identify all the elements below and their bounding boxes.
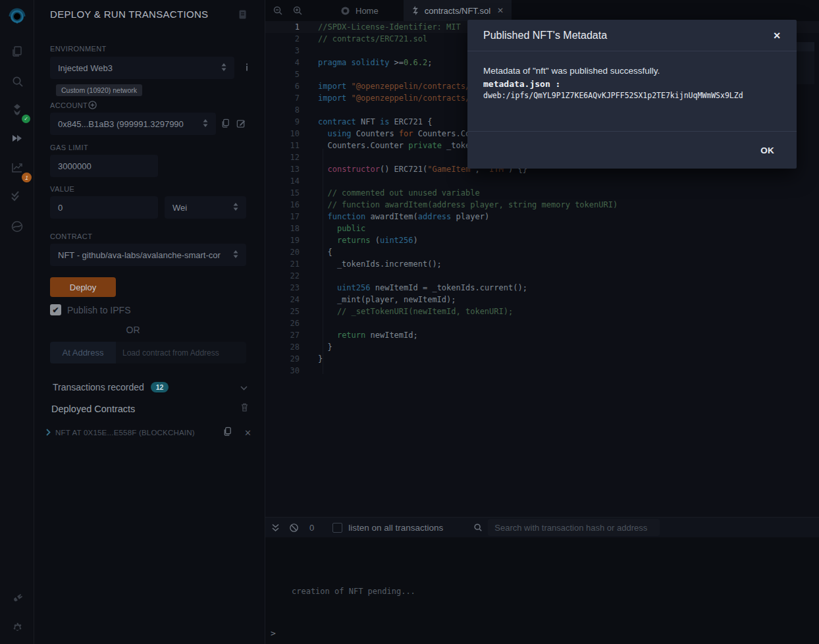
network-badge: Custom (10920) network <box>56 84 142 96</box>
ipfs-url: dweb:/ipfs/QmYL9P1Z7KE6AQvKJPFF52SX1p2TE… <box>483 91 781 100</box>
file-explorer-icon[interactable] <box>0 40 34 63</box>
tab-close-icon[interactable]: ✕ <box>497 6 504 15</box>
chevron-updown-icon <box>221 63 226 73</box>
modal-title: Published NFT's Metadata <box>483 30 607 41</box>
environment-select[interactable]: Injected Web3 <box>50 57 234 79</box>
terminal-search-icon <box>473 523 483 532</box>
chevron-right-icon[interactable] <box>46 427 51 439</box>
publish-ipfs-checkbox[interactable]: ✔ <box>50 304 61 315</box>
modal-header: Published NFT's Metadata ✕ <box>467 20 797 51</box>
at-address-button[interactable]: At Address <box>50 342 116 363</box>
chevron-updown-icon <box>233 203 238 213</box>
solidity-file-icon <box>411 6 419 15</box>
remove-instance-icon[interactable]: ✕ <box>244 428 251 438</box>
remix-logo-icon[interactable] <box>0 5 34 29</box>
contract-instance-label: NFT AT 0X15E...E558F (BLOCKCHAIN) <box>55 429 223 437</box>
plugin-circle-icon[interactable] <box>0 215 34 238</box>
compiler-success-badge: ✓ <box>22 115 30 123</box>
contract-label: CONTRACT <box>50 232 92 240</box>
account-value: 0x845...B1aB3 (999991.3297990 <box>58 119 199 129</box>
pending-count: 0 <box>309 523 314 533</box>
tab-home-label: Home <box>356 6 379 16</box>
publish-ipfs-label: Publish to IPFS <box>67 305 131 315</box>
value-input[interactable] <box>50 196 158 219</box>
transactions-count-badge: 12 <box>151 382 169 392</box>
notification-badge: 1 <box>22 173 32 182</box>
environment-value: Injected Web3 <box>58 63 217 73</box>
published-metadata-modal: Published NFT's Metadata ✕ Metadata of "… <box>467 20 797 169</box>
editor-tabbar: Home contracts/NFT.sol ✕ <box>265 0 819 21</box>
chevron-updown-icon <box>203 119 208 129</box>
zoom-out-icon[interactable] <box>268 0 288 21</box>
solidity-compiler-icon[interactable]: ✓ <box>0 97 34 121</box>
trash-icon[interactable] <box>240 402 249 415</box>
add-account-icon[interactable] <box>88 100 97 112</box>
terminal: 0 listen on all transactions creation of… <box>265 517 819 644</box>
clear-console-icon[interactable] <box>289 523 299 533</box>
modal-body: Metadata of "nft" was published successf… <box>467 51 797 132</box>
deployed-contracts-label: Deployed Contracts <box>51 404 135 414</box>
or-divider: OR <box>34 325 232 335</box>
transactions-recorded-row[interactable]: Transactions recorded 12 <box>53 381 248 393</box>
plugin-manager-icon[interactable] <box>0 586 34 610</box>
terminal-prompt[interactable]: > <box>271 628 276 638</box>
copy-account-icon[interactable] <box>221 118 230 131</box>
copy-instance-icon[interactable] <box>223 426 232 439</box>
value-label: VALUE <box>50 185 74 193</box>
checkmark-icon: ✔ <box>52 306 59 315</box>
account-label: ACCOUNT <box>50 101 88 109</box>
tab-nft-sol[interactable]: contracts/NFT.sol ✕ <box>404 0 512 21</box>
home-icon <box>340 6 350 16</box>
value-unit: Wei <box>172 203 229 213</box>
unit-testing-icon[interactable] <box>0 184 34 208</box>
chevron-updown-icon <box>233 250 238 260</box>
minimap-slider[interactable] <box>796 42 814 51</box>
documentation-icon[interactable] <box>238 9 248 22</box>
remix-ide-app: ✓ 1 DEPLOY & RUN TRANSACTIONS ENVIRONMEN… <box>0 0 819 644</box>
listen-transactions-checkbox[interactable] <box>332 523 342 533</box>
modal-footer: OK <box>467 132 797 169</box>
metadata-file-label: metadata.json : <box>483 79 781 89</box>
search-icon[interactable] <box>0 69 34 93</box>
terminal-search-input[interactable] <box>488 519 660 536</box>
gas-limit-label: GAS LIMIT <box>50 144 88 151</box>
line-numbers: 1234567891011121314151617181920212223242… <box>265 21 300 377</box>
tab-file-label: contracts/NFT.sol <box>425 6 490 16</box>
deploy-run-panel: DEPLOY & RUN TRANSACTIONS ENVIRONMENT In… <box>34 0 265 644</box>
chevron-down-icon[interactable] <box>240 381 248 393</box>
ok-button[interactable]: OK <box>760 146 774 155</box>
at-address-input[interactable] <box>116 342 246 363</box>
panel-title: DEPLOY & RUN TRANSACTIONS <box>50 9 208 20</box>
tab-home[interactable]: Home <box>332 0 386 21</box>
terminal-log: creation of NFT pending... <box>292 587 415 596</box>
environment-info-icon[interactable] <box>242 63 251 74</box>
analytics-icon[interactable]: 1 <box>0 155 34 179</box>
modal-close-icon[interactable]: ✕ <box>773 30 781 41</box>
environment-label: ENVIRONMENT <box>50 45 107 53</box>
contract-select[interactable]: NFT - github/ava-labs/avalanche-smart-co… <box>50 244 246 266</box>
zoom-in-icon[interactable] <box>288 0 307 21</box>
deploy-button[interactable]: Deploy <box>50 277 116 297</box>
deployed-contracts-row: Deployed Contracts <box>51 402 249 415</box>
collapse-terminal-icon[interactable] <box>272 523 279 532</box>
minimap[interactable] <box>796 42 814 84</box>
deployed-contract-instance[interactable]: NFT AT 0X15E...E558F (BLOCKCHAIN) ✕ <box>46 427 251 439</box>
contract-value: NFT - github/ava-labs/avalanche-smart-co… <box>58 250 229 260</box>
modal-message: Metadata of "nft" was published successf… <box>483 66 781 76</box>
listen-transactions-label: listen on all transactions <box>348 523 443 533</box>
account-select[interactable]: 0x845...B1aB3 (999991.3297990 <box>50 113 216 135</box>
transactions-recorded-label: Transactions recorded <box>53 382 144 392</box>
settings-icon[interactable] <box>0 616 34 639</box>
publish-ipfs-row: ✔ Publish to IPFS <box>50 304 131 315</box>
sign-message-icon[interactable] <box>236 119 246 131</box>
value-unit-select[interactable]: Wei <box>165 196 246 219</box>
icon-rail: ✓ 1 <box>0 0 34 644</box>
deploy-run-icon[interactable] <box>0 127 34 151</box>
terminal-toolbar: 0 listen on all transactions <box>265 518 819 537</box>
gas-limit-input[interactable] <box>50 155 158 177</box>
